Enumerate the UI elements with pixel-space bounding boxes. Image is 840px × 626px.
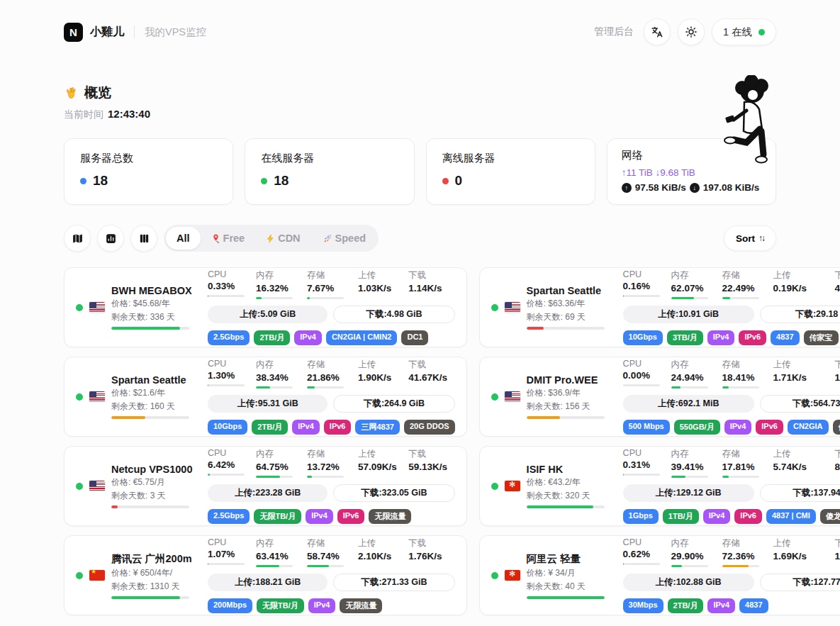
server-name: 腾讯云 广州200m bbox=[111, 552, 192, 566]
server-name: DMIT Pro.WEE bbox=[527, 374, 605, 386]
tab-speed[interactable]: Speed bbox=[311, 227, 377, 250]
server-tags-row: 10Gbps2TB/月IPv4IPv6三网483720G DDOS bbox=[208, 420, 455, 435]
stat-col-upload: 上传1.90K/s bbox=[358, 359, 404, 389]
server-tags-row: 30Mbps2TB/月IPv44837 bbox=[623, 598, 840, 613]
server-days-left: 剩余天数: 40 天 bbox=[527, 581, 605, 593]
stat-col-upload: 上传0.19K/s bbox=[773, 269, 831, 299]
days-progress-bar bbox=[111, 596, 189, 599]
online-visitors-badge[interactable]: 1 在线 bbox=[712, 18, 776, 45]
flag-hk-icon bbox=[505, 481, 520, 491]
stat-col-disk: 存储21.86% bbox=[307, 359, 354, 389]
download-total-pill: 下载:127.77 GiB bbox=[760, 574, 840, 591]
app-logo[interactable]: N bbox=[64, 23, 83, 42]
rocket-icon bbox=[322, 233, 332, 244]
download-total-pill: 下载:4.98 GiB bbox=[333, 306, 454, 323]
server-tag: 4837 bbox=[771, 330, 799, 345]
theme-toggle-button[interactable] bbox=[678, 18, 705, 45]
brand: N 小雞儿 我的VPS监控 bbox=[64, 23, 206, 42]
server-tag: IPv4 bbox=[724, 420, 752, 435]
server-card[interactable]: Spartan Seattle 价格: $21.6/年 剩余天数: 160 天 … bbox=[64, 357, 467, 437]
admin-panel-link[interactable]: 管理后台 bbox=[594, 26, 634, 38]
stat-card-value: 18 bbox=[93, 173, 108, 189]
flag-us-icon bbox=[89, 481, 105, 491]
server-days-left: 剩余天数: 156 天 bbox=[527, 401, 605, 413]
summary-stat-card: 离线服务器 0 bbox=[426, 138, 595, 205]
server-tag: 无限流量 bbox=[369, 509, 411, 524]
server-tag: IPv6 bbox=[739, 330, 766, 345]
server-status-dot bbox=[491, 393, 498, 401]
stat-status-dot bbox=[80, 178, 86, 184]
stat-col-upload: 上传57.09K/s bbox=[358, 448, 404, 478]
stat-col-disk: 存储22.49% bbox=[722, 269, 769, 299]
site-subtitle: 我的VPS监控 bbox=[145, 26, 206, 39]
server-tag: 无限流量 bbox=[340, 598, 382, 613]
server-card[interactable]: DMIT Pro.WEE 价格: $36.9/年 剩余天数: 156 天 CPU… bbox=[479, 357, 840, 437]
days-progress-bar bbox=[527, 505, 605, 508]
server-price: 价格: €5.75/月 bbox=[111, 476, 192, 488]
server-tag: 20G DDOS bbox=[404, 420, 455, 435]
server-name: ISIF HK bbox=[527, 464, 605, 475]
server-tags-row: 2.5Gbps无限TB/月IPv4IPv6无限流量 bbox=[208, 509, 455, 524]
summary-stat-card: 在线服务器 18 bbox=[245, 138, 414, 205]
language-switch-button[interactable] bbox=[644, 18, 671, 45]
stat-col-disk: 存储7.67% bbox=[307, 269, 354, 299]
stat-col-upload: 上传1.69K/s bbox=[773, 537, 831, 567]
upload-circle-icon bbox=[622, 183, 632, 193]
tab-free-label: Free bbox=[223, 233, 245, 244]
download-total-pill: 下载:264.9 GiB bbox=[333, 395, 454, 413]
days-progress-bar bbox=[527, 327, 605, 330]
network-card-title: 网络 bbox=[622, 149, 761, 162]
flag-cn-icon bbox=[89, 570, 105, 581]
filter-bar: All Free CDN Speed Sort bbox=[64, 225, 776, 252]
server-tags-row: 10Gbps3TB/月IPv4IPv64837传家宝20G DDoS bbox=[623, 330, 840, 345]
server-card[interactable]: 腾讯云 广州200m 价格: ¥ 650/4年/ 剩余天数: 1310 天 CP… bbox=[64, 535, 467, 615]
stat-col-download: 下载41.67K/s bbox=[408, 359, 454, 389]
server-tag: IPv6 bbox=[324, 420, 352, 435]
stat-col-download: 下载1.26K/s bbox=[834, 359, 840, 389]
server-card[interactable]: BWH MEGABOX 价格: $45.68/年 剩余天数: 336 天 CPU… bbox=[64, 267, 467, 347]
server-tags-row: 500 Mbps550GB/月IPv4IPv6CN2GIA传家宝 bbox=[623, 420, 840, 435]
server-card[interactable]: 阿里云 轻量 价格: ¥ 34/月 剩余天数: 40 天 CPU0.62% 内存… bbox=[479, 535, 840, 615]
tab-free[interactable]: Free bbox=[201, 227, 256, 250]
sort-button[interactable]: Sort ↑↓ bbox=[724, 225, 776, 251]
stat-col-cpu: CPU1.30% bbox=[208, 359, 252, 389]
stat-col-memory: 内存62.07% bbox=[671, 269, 718, 299]
stat-col-disk: 存储72.36% bbox=[722, 537, 769, 567]
stat-col-download: 下载1.76K/s bbox=[408, 537, 454, 567]
server-price: 价格: $36.9/年 bbox=[527, 387, 605, 399]
category-tabs: All Free CDN Speed bbox=[164, 225, 379, 252]
server-tag: 1TB/月 bbox=[663, 509, 699, 524]
chart-view-button[interactable] bbox=[97, 225, 124, 252]
tab-all[interactable]: All bbox=[166, 227, 201, 250]
server-tag: 1Gbps bbox=[623, 509, 659, 524]
stat-col-disk: 存储18.41% bbox=[722, 359, 769, 389]
server-status-dot bbox=[491, 304, 498, 311]
server-tag: IPv4 bbox=[292, 420, 320, 435]
server-name: Spartan Seattle bbox=[527, 285, 605, 296]
sun-icon bbox=[685, 26, 698, 38]
flag-us-icon bbox=[89, 391, 105, 402]
server-price: 价格: $63.36/年 bbox=[527, 298, 605, 310]
stat-col-download: 下载1.14K/s bbox=[408, 269, 454, 299]
server-card[interactable]: Spartan Seattle 价格: $63.36/年 剩余天数: 69 天 … bbox=[479, 267, 840, 347]
tab-cdn[interactable]: CDN bbox=[255, 227, 310, 250]
stat-col-upload: 上传2.10K/s bbox=[358, 537, 404, 567]
overview-section: 概览 当前时间12:43:40 bbox=[64, 84, 776, 121]
server-days-left: 剩余天数: 336 天 bbox=[111, 311, 192, 323]
download-circle-icon bbox=[690, 183, 700, 193]
server-price: 价格: $21.6/年 bbox=[111, 387, 189, 399]
server-card[interactable]: ISIF HK 价格: €43.2/年 剩余天数: 320 天 CPU0.31%… bbox=[479, 446, 840, 526]
stat-card-label: 离线服务器 bbox=[442, 152, 579, 165]
stat-col-upload: 上传1.71K/s bbox=[773, 359, 831, 389]
stat-col-memory: 内存38.34% bbox=[256, 359, 303, 389]
stat-col-cpu: CPU1.07% bbox=[208, 537, 252, 567]
server-card[interactable]: Netcup VPS1000 价格: €5.75/月 剩余天数: 3 天 CPU… bbox=[64, 446, 467, 526]
column-view-button[interactable] bbox=[130, 225, 157, 252]
map-view-button[interactable] bbox=[64, 225, 91, 252]
upload-total-pill: 上传:10.91 GiB bbox=[623, 306, 754, 323]
download-total-pill: 下载:323.05 GiB bbox=[333, 484, 454, 502]
server-days-left: 剩余天数: 3 天 bbox=[111, 490, 192, 502]
stat-card-value: 18 bbox=[274, 173, 289, 189]
server-tag: 无限TB/月 bbox=[257, 598, 304, 613]
summary-stat-card: 服务器总数 18 bbox=[64, 138, 233, 205]
